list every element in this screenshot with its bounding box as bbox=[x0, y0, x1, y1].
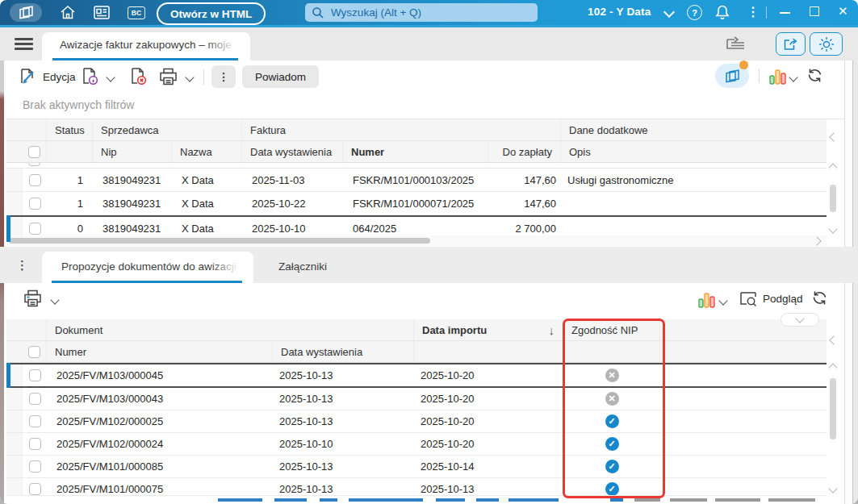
detail-chart-chevron-icon[interactable] bbox=[718, 296, 727, 305]
search-icon bbox=[312, 6, 324, 19]
row-checkbox[interactable] bbox=[29, 198, 41, 210]
global-search[interactable] bbox=[305, 3, 538, 22]
proposal-row[interactable]: 2025/FV/M102/000025 2025-10-13 2025-10-2… bbox=[6, 410, 827, 433]
preview-button[interactable]: Podgląd bbox=[739, 290, 803, 307]
col-group-sprzedawca[interactable]: Sprzedawca bbox=[93, 119, 242, 140]
close-button[interactable]: ✕ bbox=[838, 4, 848, 19]
toolbar-more-button[interactable]: ⋮ bbox=[211, 65, 236, 88]
collapse-panel-button[interactable] bbox=[781, 313, 819, 327]
scroll-down-icon[interactable] bbox=[828, 224, 837, 233]
scroll-down-icon[interactable] bbox=[828, 484, 837, 493]
row-checkbox[interactable] bbox=[29, 415, 41, 427]
header-spacer bbox=[6, 141, 23, 162]
cell-numer: 2025/FV/M102/000025 bbox=[47, 410, 273, 432]
notify-button[interactable]: Powiadom bbox=[242, 65, 319, 88]
proposal-row[interactable]: 2025/FV/M101/000085 2025-10-13 2025-10-1… bbox=[6, 456, 827, 478]
company-chevron-down-icon[interactable] bbox=[663, 6, 675, 18]
row-checkbox[interactable] bbox=[29, 393, 41, 405]
detail-chart-button[interactable] bbox=[697, 291, 716, 308]
row-checkbox[interactable] bbox=[29, 483, 41, 495]
notifications-button[interactable] bbox=[714, 4, 730, 20]
layout-panel-button[interactable] bbox=[726, 35, 745, 52]
detail-refresh-button[interactable] bbox=[810, 289, 829, 308]
minimize-button[interactable] bbox=[780, 12, 790, 14]
tab-awizacje[interactable]: Awizacje faktur zakupowych – moje bbox=[42, 32, 250, 60]
col-do-zaplaty[interactable]: Do zapłaty bbox=[488, 141, 561, 162]
invoices-vertical-scrollbar[interactable] bbox=[827, 163, 839, 234]
row-checkbox[interactable] bbox=[29, 369, 41, 381]
col-data-importu[interactable]: Data importu ↓ bbox=[414, 319, 563, 340]
cell-numer: 2025/FV/M103/000045 bbox=[47, 364, 273, 386]
more-options-button[interactable]: ⋮ bbox=[747, 6, 760, 19]
panel-tree-icon bbox=[726, 35, 745, 52]
app-logo-button[interactable] bbox=[10, 3, 42, 22]
invoices-horizontal-scrollbar[interactable] bbox=[6, 235, 827, 246]
help-button[interactable]: ? bbox=[687, 5, 702, 20]
col-data-wystawienia[interactable]: Data wystawienia bbox=[273, 341, 414, 362]
sort-descending-icon[interactable]: ↓ bbox=[549, 323, 555, 337]
preview-button-label: Podgląd bbox=[763, 293, 803, 305]
document-info-button[interactable] bbox=[81, 67, 100, 86]
proposal-row[interactable]: 2025/FV/M103/000045 2025-10-13 2025-10-2… bbox=[6, 363, 827, 388]
scrollbar-thumb[interactable] bbox=[830, 378, 836, 439]
scroll-up-icon[interactable] bbox=[828, 163, 837, 172]
share-button[interactable] bbox=[776, 32, 806, 56]
col-nazwa[interactable]: Nazwa bbox=[172, 141, 242, 162]
detail-print-button[interactable] bbox=[23, 289, 43, 308]
row-checkbox[interactable] bbox=[29, 174, 41, 186]
document-info-chevron-icon[interactable] bbox=[106, 73, 115, 81]
row-checkbox[interactable] bbox=[29, 460, 41, 473]
col-data-wystawienia[interactable]: Data wystawienia bbox=[242, 141, 343, 162]
select-all-checkbox[interactable] bbox=[28, 346, 40, 358]
edit-button[interactable]: Edycja bbox=[19, 68, 76, 85]
detail-print-chevron-icon[interactable] bbox=[50, 295, 59, 304]
chart-chevron-icon[interactable] bbox=[789, 73, 797, 81]
detail-menu-button[interactable]: ⋮ bbox=[16, 258, 28, 273]
news-button[interactable] bbox=[94, 6, 110, 19]
cell-data-wystawienia: 2025-10-10 bbox=[273, 433, 414, 455]
assistant-button[interactable] bbox=[810, 32, 843, 56]
col-opis[interactable]: Opis bbox=[561, 141, 827, 162]
refresh-button[interactable] bbox=[806, 67, 824, 85]
row-checkbox[interactable] bbox=[29, 223, 41, 235]
invoice-row[interactable]: 1 3819049231 X Data 2025-10-22 FSKR/M101… bbox=[6, 192, 827, 215]
scroll-up-icon[interactable] bbox=[828, 363, 837, 372]
col-nip[interactable]: Nip bbox=[93, 141, 172, 162]
col-numer[interactable]: Numer bbox=[343, 141, 488, 162]
row-checkbox-cell bbox=[23, 410, 47, 432]
scrollbar-thumb[interactable] bbox=[9, 238, 430, 244]
invoice-row[interactable]: 1 3819049231 X Data 2025-11-03 FSKR/M101… bbox=[6, 169, 827, 192]
proposals-vertical-scrollbar[interactable] bbox=[827, 363, 839, 494]
collapse-panel-left-icon[interactable] bbox=[829, 335, 838, 344]
chart-view-button[interactable] bbox=[768, 68, 787, 85]
row-checkbox[interactable] bbox=[29, 438, 41, 450]
hamburger-menu-button[interactable] bbox=[15, 38, 33, 50]
proposal-row[interactable]: 2025/FV/M102/000024 2025-10-10 2025-10-2… bbox=[6, 433, 827, 456]
tab-label-fade bbox=[205, 35, 244, 55]
select-all-checkbox[interactable] bbox=[28, 146, 40, 158]
col-group-dokument[interactable]: Dokument bbox=[47, 319, 414, 340]
tab-zalaczniki[interactable]: Załączniki bbox=[278, 260, 327, 273]
proposal-row[interactable]: 2025/FV/M103/000043 2025-10-13 2025-10-2… bbox=[6, 388, 827, 410]
col-status[interactable]: Status bbox=[47, 119, 93, 140]
home-button[interactable] bbox=[60, 5, 76, 20]
open-in-html-button[interactable]: Otwórz w HTML bbox=[157, 2, 266, 25]
cell-data-wystawienia: 2025-11-03 bbox=[242, 169, 343, 191]
scrollbar-thumb[interactable] bbox=[830, 185, 836, 212]
cell-numer: 2025/FV/M101/000085 bbox=[47, 456, 273, 477]
tab-propozycje[interactable]: Propozycje dokumentów do awizacji bbox=[42, 252, 253, 283]
maximize-button[interactable] bbox=[810, 6, 819, 16]
collapse-panel-left-icon[interactable] bbox=[829, 132, 838, 141]
question-icon: ? bbox=[692, 8, 697, 18]
document-delete-button[interactable] bbox=[129, 67, 149, 86]
col-group-dane-dodatkowe[interactable]: Dane dodatkowe bbox=[561, 119, 827, 140]
search-input[interactable] bbox=[329, 6, 518, 19]
col-group-faktura[interactable]: Faktura bbox=[242, 119, 561, 140]
print-button[interactable] bbox=[158, 68, 178, 86]
bc-button[interactable]: BC bbox=[128, 6, 145, 19]
kebab-menu-icon: ⋮ bbox=[16, 258, 28, 272]
col-numer[interactable]: Numer bbox=[47, 341, 273, 362]
print-chevron-icon[interactable] bbox=[185, 73, 194, 81]
scroll-right-icon[interactable] bbox=[812, 236, 821, 245]
col-zgodnosc-nip[interactable]: Zgodność NIP bbox=[563, 319, 660, 340]
